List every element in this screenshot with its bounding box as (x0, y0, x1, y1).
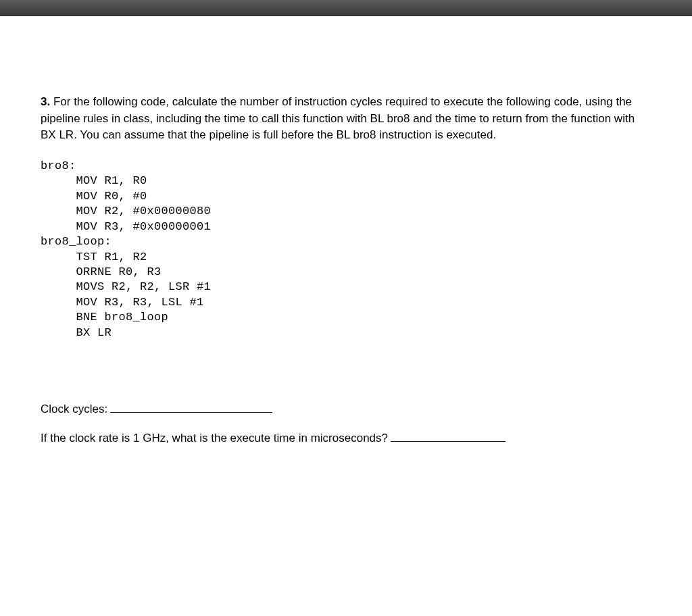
question-text: For the following code, calculate the nu… (41, 95, 635, 141)
exec-label: If the clock rate is 1 GHz, what is the … (41, 430, 388, 447)
cycles-answer-line: Clock cycles: (41, 401, 651, 418)
question-prompt: 3. For the following code, calculate the… (41, 94, 651, 144)
window-top-bar (0, 0, 692, 16)
cycles-blank (110, 401, 272, 413)
question-number: 3. (41, 95, 50, 108)
code-listing: bro8: MOV R1, R0 MOV R0, #0 MOV R2, #0x0… (41, 159, 651, 340)
exec-blank (391, 430, 505, 442)
cycles-label: Clock cycles: (41, 401, 107, 418)
exec-answer-line: If the clock rate is 1 GHz, what is the … (41, 430, 651, 447)
document-page: 3. For the following code, calculate the… (0, 16, 692, 616)
